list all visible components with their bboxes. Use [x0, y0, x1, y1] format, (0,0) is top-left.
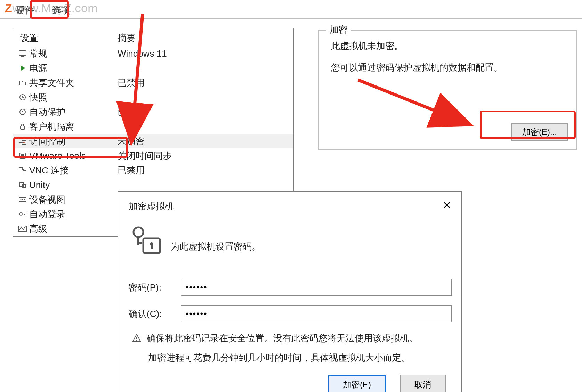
close-icon[interactable]: ✕ — [440, 199, 453, 212]
play-icon — [19, 65, 26, 72]
clock-shield-icon — [19, 108, 26, 116]
settings-row-vnc[interactable]: VNC 连接 已禁用 — [13, 163, 293, 178]
settings-label: 访问控制 — [27, 135, 114, 147]
confirm-label: 确认(C): — [129, 308, 181, 320]
access-control-icon — [18, 137, 27, 145]
settings-label: 自动登录 — [27, 208, 114, 220]
encryption-group: 加密 此虚拟机未加密。 您可以通过密码保护虚拟机的数据和配置。 加密(E)... — [318, 30, 577, 150]
encryption-desc-text: 您可以通过密码保护虚拟机的数据和配置。 — [319, 57, 576, 79]
encryption-status-text: 此虚拟机未加密。 — [319, 35, 576, 57]
settings-row-access-control[interactable]: 访问控制 未加密 — [13, 134, 293, 148]
settings-row-guest-isolation[interactable]: 客户机隔离 — [13, 119, 293, 134]
svg-rect-6 — [21, 126, 25, 129]
unity-icon — [19, 181, 26, 188]
encryption-group-title: 加密 — [326, 24, 351, 36]
settings-label: 高级 — [27, 223, 114, 235]
settings-row-unity[interactable]: Unity — [13, 178, 293, 192]
dialog-encrypt-button[interactable]: 加密(E) — [328, 375, 386, 392]
settings-col-settings: 设置 — [13, 32, 114, 44]
settings-label: VMware Tools — [27, 150, 114, 161]
vnc-icon — [18, 167, 27, 174]
monitor-icon — [18, 50, 27, 57]
settings-list-header: 设置 摘要 — [13, 28, 293, 46]
settings-summary: Windows 11 — [114, 48, 167, 59]
settings-label: 自动保护 — [27, 106, 114, 118]
tools-icon — [19, 152, 26, 160]
warning-icon — [132, 334, 141, 344]
settings-label: 客户机隔离 — [27, 121, 114, 133]
settings-label: 设备视图 — [27, 194, 114, 206]
settings-summary: 已禁用 — [114, 106, 145, 118]
dialog-buttons: 加密(E) 取消 — [118, 370, 461, 392]
tab-options[interactable]: 选项 — [43, 2, 79, 18]
settings-summary: 关闭时间同步 — [114, 150, 172, 162]
settings-row-shared-folders[interactable]: 共享文件夹 已禁用 — [13, 75, 293, 90]
settings-label: VNC 连接 — [27, 164, 114, 177]
note-text: 加密进程可花费几分钟到几小时的时间，具体视虚拟机大小而定。 — [148, 352, 410, 364]
settings-row-vmware-tools[interactable]: VMware Tools 关闭时间同步 — [13, 148, 293, 163]
key-icon — [18, 211, 27, 218]
advanced-icon — [18, 226, 27, 232]
svg-point-9 — [23, 142, 25, 143]
settings-summary: 未加密 — [114, 135, 145, 147]
svg-point-20 — [19, 213, 22, 215]
svg-point-18 — [22, 199, 23, 200]
confirm-input[interactable] — [181, 305, 452, 322]
dialog-title: 加密虚拟机 — [129, 200, 174, 212]
svg-rect-12 — [19, 168, 22, 170]
tab-hardware[interactable]: 硬件 — [7, 2, 43, 18]
folder-icon — [19, 79, 26, 86]
settings-label: 快照 — [27, 91, 114, 104]
settings-col-summary: 摘要 — [114, 32, 136, 44]
encrypt-vm-dialog: 加密虚拟机 ✕ 为此虚拟机设置密码。 密码(P): 确认(C): 确保将此密码记… — [118, 191, 462, 392]
svg-rect-11 — [21, 154, 24, 157]
svg-point-17 — [21, 199, 22, 200]
password-input[interactable] — [181, 279, 452, 296]
password-label: 密码(P): — [129, 281, 181, 294]
snapshot-icon — [19, 93, 26, 101]
confirm-row: 确认(C): — [129, 305, 452, 322]
svg-rect-2 — [19, 51, 26, 55]
encrypt-button[interactable]: 加密(E)... — [511, 123, 568, 141]
settings-row-autoprotect[interactable]: 自动保护 已禁用 — [13, 105, 293, 119]
settings-summary: 已禁用 — [114, 77, 145, 89]
svg-rect-3 — [21, 56, 24, 57]
appliance-icon — [18, 196, 27, 203]
settings-label: 常规 — [27, 48, 114, 60]
dialog-heading: 为此虚拟机设置密码。 — [170, 240, 261, 253]
lock-icon — [19, 123, 26, 130]
svg-rect-13 — [23, 171, 26, 173]
key-lock-icon — [129, 223, 163, 260]
settings-label: 电源 — [27, 62, 114, 74]
settings-label: 共享文件夹 — [27, 77, 114, 89]
warning-text: 确保将此密码记录在安全位置。没有此密码您将无法使用该虚拟机。 — [147, 332, 418, 344]
settings-summary: 已禁用 — [114, 164, 145, 177]
password-row: 密码(P): — [129, 279, 452, 296]
svg-rect-24 — [137, 242, 142, 244]
svg-rect-27 — [151, 245, 153, 249]
settings-label: Unity — [27, 180, 114, 190]
dialog-cancel-button[interactable]: 取消 — [400, 375, 446, 392]
settings-row-general[interactable]: 常规 Windows 11 — [13, 46, 293, 61]
svg-rect-28 — [136, 337, 137, 339]
warning-row: 确保将此密码记录在安全位置。没有此密码您将无法使用该虚拟机。 — [132, 332, 418, 344]
settings-row-power[interactable]: 电源 — [13, 61, 293, 75]
settings-row-snapshots[interactable]: 快照 — [13, 90, 293, 105]
tab-bar: 硬件 选项 — [0, 2, 582, 19]
svg-point-19 — [24, 199, 25, 200]
svg-point-22 — [134, 227, 143, 237]
svg-rect-29 — [136, 340, 137, 341]
